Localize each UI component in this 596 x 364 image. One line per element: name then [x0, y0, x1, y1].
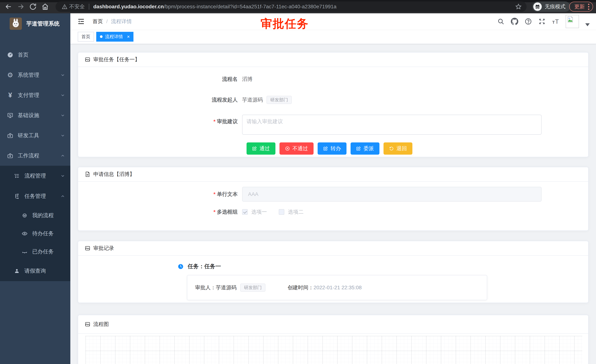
approver-label: 审批人：	[195, 284, 216, 291]
approve-card-header: 审批任务【任务一】	[78, 52, 588, 67]
edit-icon	[323, 146, 328, 151]
bookmark-star-icon[interactable]	[515, 3, 522, 10]
button-label: 转办	[331, 145, 341, 152]
tab-label: 流程详情	[105, 34, 123, 40]
browser-update-button[interactable]: 更新	[569, 2, 593, 12]
browser-menu-icon[interactable]	[588, 4, 589, 10]
browser-reload-button[interactable]	[29, 3, 37, 11]
sidebar-logo-row[interactable]: 芋道管理系统	[0, 13, 70, 34]
record-detail-box: 审批人： 芋道源码 研发部门 创建时间： 2022-01-21 22:35:08	[187, 275, 487, 300]
sidebar-item-infrastructure[interactable]: 基础设施	[0, 105, 70, 125]
divider	[89, 4, 89, 10]
toolbox-icon	[7, 132, 14, 139]
department-tag: 研发部门	[267, 96, 292, 104]
browser-home-button[interactable]	[41, 3, 49, 11]
annotation-overlay: 审批任务	[261, 16, 309, 31]
checkbox-option-1[interactable]: 选项一	[242, 208, 267, 216]
button-label: 通过	[260, 145, 270, 152]
picture-icon	[85, 321, 90, 327]
opinion-label: 审批建议	[78, 115, 242, 125]
chevron-down-icon	[60, 73, 65, 78]
sidebar-item-label: 支付管理	[18, 92, 39, 99]
approval-record-card: 审批记录 任务：任务一 审批人： 芋道源码 研发部门 创建时间： 2022-01…	[78, 241, 589, 303]
checkbox-checked-icon	[242, 209, 248, 215]
single-text-input[interactable]	[242, 187, 542, 202]
sidebar-item-label: 系统管理	[18, 71, 39, 79]
breadcrumb: 首页 / 流程详情	[93, 18, 132, 25]
avatar[interactable]	[566, 15, 579, 28]
record-card-header: 审批记录	[78, 241, 588, 256]
department-tag: 研发部门	[240, 284, 265, 292]
eye-closed-icon	[21, 248, 28, 255]
button-label: 不通过	[292, 145, 308, 152]
breadcrumb-separator: /	[106, 19, 108, 24]
dashboard-icon	[7, 51, 14, 58]
initiator-name: 芋道源码	[242, 96, 263, 103]
sidebar-item-home[interactable]: 首页	[0, 45, 70, 65]
checkbox-option-2[interactable]: 选项二	[279, 208, 304, 216]
opinion-textarea[interactable]	[242, 115, 542, 135]
card-title: 流程图	[93, 321, 109, 328]
search-icon[interactable]	[497, 18, 505, 25]
svg-text:T: T	[555, 18, 559, 25]
incognito-label: 无痕模式	[545, 3, 566, 10]
github-icon[interactable]	[511, 18, 518, 25]
workflow-submenu: 流程管理 任务管理 我的流程 待办任务	[0, 166, 70, 281]
checkbox-label: 选项一	[251, 208, 267, 216]
sidebar-menu: 首页 ⚙ 系统管理 ¥ 支付管理 基础设施 研发工具	[0, 34, 70, 281]
user-icon	[13, 268, 20, 275]
sidebar-item-label: 请假查询	[24, 267, 46, 275]
org-tree-icon	[13, 193, 20, 200]
update-label: 更新	[574, 3, 585, 10]
approve-button[interactable]: 通过	[246, 142, 276, 155]
sidebar-item-dev-tools[interactable]: 研发工具	[0, 125, 70, 146]
sidebar-item-todo-tasks[interactable]: 待办任务	[0, 225, 70, 243]
return-button[interactable]: 退回	[384, 142, 412, 155]
avatar-caret-icon[interactable]	[585, 23, 590, 26]
security-indicator[interactable]: 不安全	[62, 3, 85, 10]
sidebar-item-label: 流程管理	[24, 172, 46, 180]
font-size-icon[interactable]: TT	[552, 18, 559, 25]
broken-image-icon	[567, 16, 574, 23]
delegate-button[interactable]: 委派	[350, 142, 380, 155]
sidebar-item-workflow[interactable]: 工作流程	[0, 146, 70, 166]
sidebar-fold-icon[interactable]	[77, 18, 85, 25]
yen-icon: ¥	[7, 92, 14, 99]
tab-process-detail[interactable]: 流程详情 ×	[96, 32, 134, 42]
sidebar-item-label: 基础设施	[18, 112, 39, 119]
sidebar-item-task-management[interactable]: 任务管理	[0, 186, 70, 206]
browser-forward-button[interactable]	[17, 3, 25, 11]
close-icon[interactable]: ×	[127, 34, 130, 39]
active-dot	[100, 35, 103, 38]
approver-name: 芋道源码	[216, 284, 237, 291]
checkbox-group-label: 多选框组	[78, 208, 242, 216]
edit-icon	[356, 146, 361, 151]
sidebar-item-my-process[interactable]: 我的流程	[0, 206, 70, 225]
help-icon[interactable]	[525, 18, 532, 25]
tab-home[interactable]: 首页	[78, 32, 94, 42]
sidebar-item-leave-query[interactable]: 请假查询	[0, 261, 70, 281]
sidebar-item-label: 研发工具	[18, 132, 39, 139]
breadcrumb-home[interactable]: 首页	[93, 18, 103, 25]
sidebar-item-process-management[interactable]: 流程管理	[0, 166, 70, 186]
sidebar: 芋道管理系统 首页 ⚙ 系统管理 ¥ 支付管理 基础设施	[0, 13, 70, 364]
chevron-down-icon	[60, 133, 65, 138]
sidebar-item-system[interactable]: ⚙ 系统管理	[0, 65, 70, 85]
main-content: 审批任务【任务一】 流程名 滔博 流程发起人 芋道源码 研发部门 审批建议	[70, 44, 596, 364]
bpmn-canvas[interactable]	[86, 336, 582, 364]
sidebar-item-done-tasks[interactable]: 已办任务	[0, 243, 70, 261]
fullscreen-icon[interactable]	[538, 18, 546, 25]
address-bar[interactable]: 不安全 dashboard.yudao.iocoder.cn/bpm/proce…	[56, 1, 527, 12]
browser-back-button[interactable]	[4, 3, 13, 11]
svg-text:T: T	[552, 20, 555, 25]
transfer-button[interactable]: 转办	[318, 142, 346, 155]
sidebar-item-payment[interactable]: ¥ 支付管理	[0, 85, 70, 105]
list-tree-icon	[13, 172, 20, 179]
gear-icon: ⚙	[7, 72, 14, 79]
reject-button[interactable]: 不通过	[279, 142, 313, 155]
opinion-row: 审批建议	[78, 115, 588, 135]
security-label: 不安全	[69, 3, 85, 10]
tags-view-bar: 首页 流程详情 ×	[70, 29, 596, 44]
chevron-up-icon	[60, 194, 65, 199]
app-title: 芋道管理系统	[26, 20, 60, 28]
